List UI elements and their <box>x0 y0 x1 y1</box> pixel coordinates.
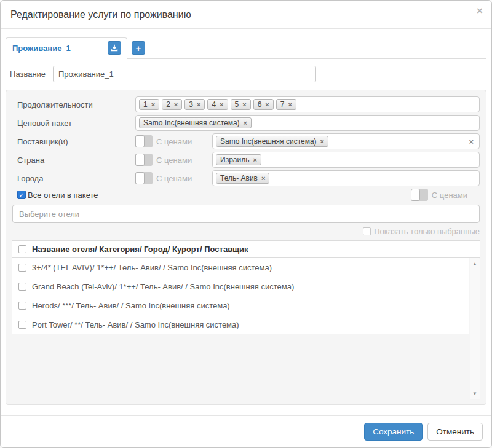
tab-label: Проживание_1 <box>12 44 71 53</box>
select-all-hotels-checkbox[interactable] <box>18 245 26 253</box>
hotel-row[interactable]: Grand Beach (Tel-Aviv)/ 1*++/ Тель- Авив… <box>12 277 469 296</box>
country-toggle-col: С ценами <box>135 154 212 166</box>
remove-tag-icon[interactable]: × <box>151 101 155 108</box>
with-prices-label: С ценами <box>156 155 192 165</box>
cities-label: Города <box>12 174 135 183</box>
all-hotels-row: ✓ Все отели в пакете С ценами <box>12 189 480 201</box>
hotels-table: Название отеля/ Категория/ Город/ Курорт… <box>12 240 480 399</box>
price-package-input[interactable]: Samo Inc(внешняя система)× <box>135 115 480 131</box>
suppliers-label: Поставщик(и) <box>12 137 135 146</box>
name-label: Название <box>10 69 53 79</box>
durations-input[interactable]: 1× 2× 3× 4× 5× 6× 7× <box>135 96 480 112</box>
cancel-button[interactable]: Отменить <box>427 423 483 441</box>
supplier-tag[interactable]: Samo Inc(внешняя система)× <box>216 136 328 147</box>
tab-accommodation-1[interactable]: Проживание_1 <box>6 37 127 59</box>
scroll-up-icon[interactable]: ▲ <box>470 261 480 267</box>
city-tag[interactable]: Тель- Авив× <box>216 173 269 184</box>
modal-footer: Сохранить Отменить <box>1 415 491 447</box>
hotel-row-label: Port Tower/ **/ Тель- Авив/ / Samo Inc(в… <box>32 320 239 329</box>
hotel-row-label: Grand Beach (Tel-Aviv)/ 1*++/ Тель- Авив… <box>32 282 294 291</box>
hotels-list-scrollbar[interactable]: ▲ ▼ <box>470 258 480 399</box>
remove-tag-icon[interactable]: × <box>261 175 265 182</box>
hotel-row[interactable]: Herods/ ***/ Тель- Авив/ / Samo Inc(внеш… <box>12 296 469 315</box>
modal-title: Редактирование услуги по проживанию <box>10 9 482 20</box>
name-input[interactable] <box>53 66 316 82</box>
save-button[interactable]: Сохранить <box>364 423 423 441</box>
price-package-label: Ценовой пакет <box>12 119 135 128</box>
scroll-down-icon[interactable]: ▼ <box>470 391 480 396</box>
remove-tag-icon[interactable]: × <box>174 101 178 108</box>
hotel-search-input[interactable] <box>12 205 480 223</box>
duration-tag[interactable]: 2× <box>162 99 182 110</box>
hotel-row-label: Herods/ ***/ Тель- Авив/ / Samo Inc(внеш… <box>32 301 230 310</box>
remove-tag-icon[interactable]: × <box>265 101 269 108</box>
duration-tag[interactable]: 7× <box>276 99 296 110</box>
download-tab-button[interactable] <box>108 41 121 55</box>
with-prices-label: С ценами <box>156 174 192 183</box>
toggle-knob <box>411 189 420 201</box>
name-row: Название <box>10 66 482 82</box>
remove-tag-icon[interactable]: × <box>320 138 324 145</box>
show-selected-label: Показать только выбранные <box>374 227 480 236</box>
all-hotels-label: Все отели в пакете <box>28 191 98 200</box>
remove-tag-icon[interactable]: × <box>244 119 247 127</box>
country-label: Страна <box>12 155 135 165</box>
duration-tag[interactable]: 6× <box>253 99 274 110</box>
remove-tag-icon[interactable]: × <box>253 156 256 163</box>
toggle-knob <box>135 135 145 147</box>
with-prices-label: С ценами <box>432 191 467 200</box>
duration-tag[interactable]: 5× <box>231 99 251 110</box>
modal-header: Редактирование услуги по проживанию × <box>1 1 491 29</box>
edit-accommodation-modal: Редактирование услуги по проживанию × Пр… <box>0 0 492 448</box>
duration-tag[interactable]: 3× <box>184 99 205 110</box>
hotel-checkbox[interactable] <box>18 321 26 329</box>
cities-input[interactable]: Тель- Авив× <box>212 170 480 186</box>
durations-row: Продолжительности 1× 2× 3× 4× 5× 6× 7× <box>12 96 480 112</box>
remove-tag-icon[interactable]: × <box>242 101 246 108</box>
remove-tag-icon[interactable]: × <box>288 101 292 108</box>
suppliers-toggle-col: С ценами <box>135 135 212 147</box>
suppliers-row: Поставщик(и) С ценами Samo Inc(внешняя с… <box>12 133 480 149</box>
toggle-knob <box>135 172 145 184</box>
hotel-checkbox[interactable] <box>18 302 26 310</box>
price-package-tag[interactable]: Samo Inc(внешняя система)× <box>139 117 252 128</box>
hotel-row[interactable]: Port Tower/ **/ Тель- Авив/ / Samo Inc(в… <box>12 315 469 334</box>
durations-label: Продолжительности <box>12 100 135 109</box>
remove-tag-icon[interactable]: × <box>197 101 200 108</box>
add-tab-button[interactable]: + <box>132 41 145 55</box>
close-icon[interactable]: × <box>477 6 483 16</box>
with-prices-toggle[interactable] <box>135 172 153 184</box>
modal-body: Проживание_1 + Название Продолжительн <box>1 29 491 405</box>
show-selected-checkbox[interactable] <box>363 227 371 235</box>
country-tag[interactable]: Израиль× <box>216 154 261 165</box>
duration-tag[interactable]: 4× <box>207 99 228 110</box>
form-panel: Продолжительности 1× 2× 3× 4× 5× 6× 7× Ц… <box>6 90 486 405</box>
cities-row: Города С ценами Тель- Авив× <box>12 170 480 186</box>
check-icon: ✓ <box>19 192 24 198</box>
with-prices-toggle[interactable] <box>411 189 428 201</box>
with-prices-toggle[interactable] <box>135 135 153 147</box>
tab-bar: Проживание_1 + <box>6 37 486 59</box>
hotel-row-label: 3+/4* (TEL AVIV)/ 1*++/ Тель- Авив/ / Sa… <box>32 263 272 272</box>
hotel-row[interactable]: 3+/4* (TEL AVIV)/ 1*++/ Тель- Авив/ / Sa… <box>12 258 469 277</box>
country-input[interactable]: Израиль× <box>212 152 480 168</box>
hotel-checkbox[interactable] <box>18 283 26 291</box>
cities-toggle-col: С ценами <box>135 172 212 184</box>
hotels-table-body: 3+/4* (TEL AVIV)/ 1*++/ Тель- Авив/ / Sa… <box>12 258 480 399</box>
show-selected-row: Показать только выбранные <box>12 227 480 236</box>
hotels-table-header: Название отеля/ Категория/ Город/ Курорт… <box>12 240 480 258</box>
suppliers-input[interactable]: Samo Inc(внешняя система)× × <box>212 133 480 149</box>
country-row: Страна С ценами Израиль× <box>12 152 480 168</box>
plus-icon: + <box>136 44 141 53</box>
remove-tag-icon[interactable]: × <box>220 101 223 108</box>
hotel-checkbox[interactable] <box>18 264 26 272</box>
with-prices-toggle[interactable] <box>135 154 153 166</box>
duration-tag[interactable]: 1× <box>139 99 159 110</box>
all-hotels-checkbox[interactable]: ✓ <box>17 191 26 199</box>
clear-field-icon[interactable]: × <box>469 137 476 146</box>
download-icon <box>111 44 118 52</box>
toggle-knob <box>135 154 145 166</box>
all-hotels-toggle-col: С ценами <box>411 189 467 201</box>
with-prices-label: С ценами <box>156 137 192 146</box>
price-package-row: Ценовой пакет Samo Inc(внешняя система)× <box>12 115 480 131</box>
